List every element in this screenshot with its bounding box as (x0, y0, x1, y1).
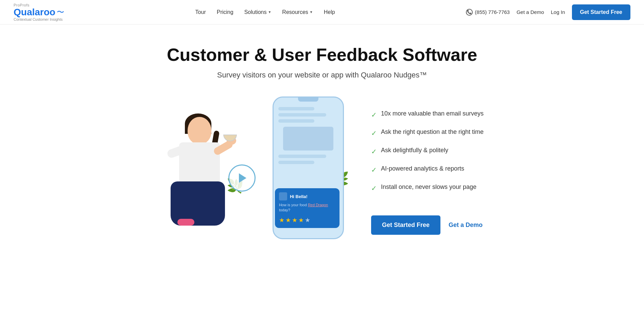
phone-screen-line (278, 119, 314, 123)
phone-mockup: Hi Bella! How is your food Red Dragon to… (273, 96, 344, 239)
feature-item: ✓ Ask the right question at the right ti… (371, 128, 484, 137)
nav-tour[interactable]: Tour (195, 9, 206, 15)
get-started-cta-button[interactable]: Get Started Free (371, 215, 440, 235)
header-right: 📞 (855) 776-7763 Get a Demo Log In Get S… (466, 4, 630, 20)
check-icon: ✓ (371, 184, 377, 192)
star-rating[interactable]: ★ ★ ★ ★ ★ (279, 216, 335, 224)
feature-text: Ask delightfully & politely (381, 147, 448, 154)
hero-subtitle: Survey visitors on your website or app w… (217, 71, 427, 80)
feature-text: Install once, never slows your page (381, 183, 476, 191)
hero-section: Customer & User Feedback Software Survey… (0, 24, 644, 260)
login-link[interactable]: Log In (551, 9, 565, 15)
phone-illustration: 🌿 🌿 (160, 96, 351, 246)
survey-question: How is your food Red Dragon today? (279, 202, 335, 213)
chevron-down-icon: ▼ (310, 10, 313, 14)
nav-pricing[interactable]: Pricing (217, 9, 233, 15)
feature-text: 10x more valuable than email surveys (381, 110, 484, 117)
nav-solutions[interactable]: Solutions ▼ (244, 9, 272, 15)
qualaroo-bird-icon: 〜 (57, 7, 64, 17)
chevron-down-icon: ▼ (268, 10, 271, 14)
main-nav: Tour Pricing Solutions ▼ Resources ▼ Hel… (195, 9, 335, 15)
star-4[interactable]: ★ (298, 216, 304, 224)
check-icon: ✓ (371, 147, 377, 156)
check-icon: ✓ (371, 111, 377, 119)
play-button[interactable] (228, 164, 256, 192)
survey-icon (279, 192, 287, 200)
logo-text: Qualaroo (14, 7, 55, 17)
phone-screen-line (278, 161, 314, 164)
star-2[interactable]: ★ (285, 216, 291, 224)
get-demo-cta-link[interactable]: Get a Demo (449, 222, 483, 229)
woman-head (188, 117, 211, 144)
feature-item: ✓ Ask delightfully & politely (371, 147, 484, 156)
logo-main: Qualaroo 〜 (14, 7, 64, 17)
features-list: ✓ 10x more valuable than email surveys ✓… (371, 96, 484, 235)
star-1[interactable]: ★ (279, 216, 284, 224)
check-icon: ✓ (371, 129, 377, 137)
feature-text: Ask the right question at the right time (381, 128, 484, 136)
phone-notch (298, 98, 318, 102)
feature-item: ✓ 10x more valuable than email surveys (371, 110, 484, 119)
check-icon: ✓ (371, 166, 377, 174)
woman-legs (171, 181, 225, 226)
phone-screen-line (278, 113, 326, 117)
phone-screen-line (278, 155, 326, 158)
header: ProProfs Qualaroo 〜 Contextual Customer … (0, 0, 644, 24)
survey-card: Hi Bella! How is your food Red Dragon to… (275, 188, 340, 228)
phone-text: (855) 776-7763 (475, 9, 510, 15)
proprofs-label: ProProfs (14, 3, 64, 7)
star-5[interactable]: ★ (305, 216, 310, 224)
logo-subtitle: Contextual Customer Insights (14, 17, 64, 21)
feature-text: AI-powered analytics & reports (381, 165, 464, 172)
nav-help[interactable]: Help (324, 9, 335, 15)
get-demo-link[interactable]: Get a Demo (517, 9, 544, 15)
star-3[interactable]: ★ (292, 216, 297, 224)
logo[interactable]: ProProfs Qualaroo 〜 Contextual Customer … (14, 3, 64, 21)
hero-title: Customer & User Feedback Software (167, 45, 477, 65)
get-started-button[interactable]: Get Started Free (572, 4, 630, 20)
survey-header: Hi Bella! (279, 192, 335, 200)
feature-item: ✓ AI-powered analytics & reports (371, 165, 484, 174)
woman-feet (177, 219, 194, 226)
phone-screen (274, 107, 343, 164)
phone-icon: 📞 (466, 9, 473, 16)
phone-screen-line (278, 107, 314, 110)
nav-resources[interactable]: Resources ▼ (282, 9, 313, 15)
cta-buttons: Get Started Free Get a Demo (371, 215, 484, 235)
hero-body: 🌿 🌿 (101, 96, 543, 246)
feature-item: ✓ Install once, never slows your page (371, 183, 484, 192)
survey-link: Red Dragon (308, 203, 328, 207)
phone-content-box (283, 127, 333, 151)
play-icon (239, 173, 246, 183)
survey-greeting: Hi Bella! (290, 194, 308, 199)
phone-number[interactable]: 📞 (855) 776-7763 (466, 9, 510, 16)
